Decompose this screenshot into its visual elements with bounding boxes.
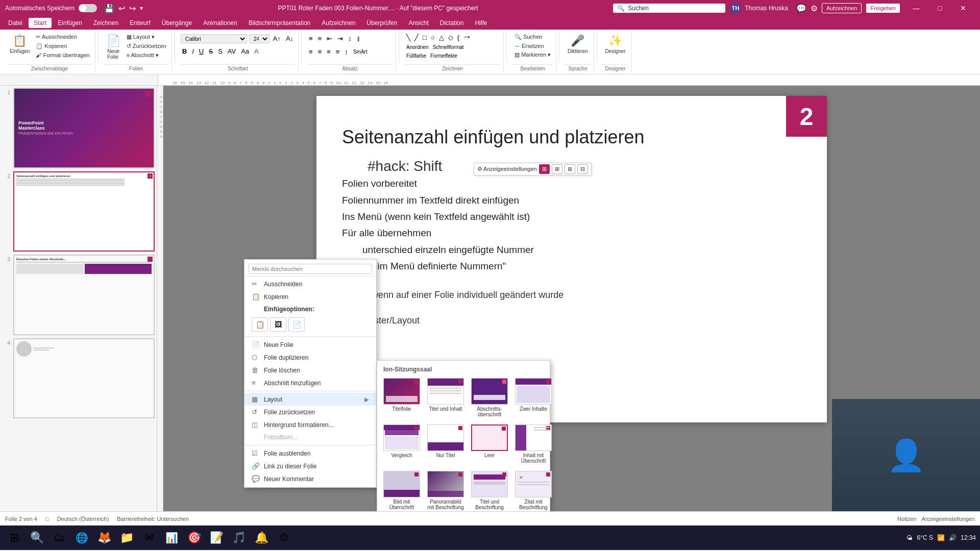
- einfuegen-button[interactable]: 📋 Einfügen: [7, 33, 32, 56]
- designer-button[interactable]: ✨ Designer: [603, 33, 628, 56]
- menu-ueberpruefen[interactable]: Überprüfen: [361, 18, 402, 28]
- format-button[interactable]: 🖌 Format übertragen: [34, 51, 91, 59]
- taskbar-mail[interactable]: ✉: [139, 528, 159, 548]
- outline-button[interactable]: Formeffekte: [429, 52, 459, 60]
- layout-item-inhalt-header[interactable]: Inhalt mit Überschrift: [513, 422, 554, 466]
- menu-uebergaenge[interactable]: Übergänge: [157, 18, 197, 28]
- neue-folie-button[interactable]: 📄 NeueFolie: [104, 33, 123, 61]
- ctx-folie-del[interactable]: 🗑 Folie löschen: [244, 364, 376, 377]
- shape-icon-2[interactable]: ╱: [413, 33, 420, 42]
- arrange-button[interactable]: Anordnen: [405, 43, 430, 51]
- align-right-icon[interactable]: ≡: [325, 47, 332, 57]
- layout-item-vergleich[interactable]: Vergleich: [381, 422, 422, 466]
- slide-thumb-3[interactable]: 3 Einzelne Folien einem Abschnitt...: [2, 255, 155, 335]
- strikethrough-button[interactable]: S̶: [207, 46, 214, 56]
- linespace-icon[interactable]: ↕: [343, 47, 350, 57]
- shape-icon-5[interactable]: △: [437, 33, 446, 42]
- kopieren-button[interactable]: 📋 Kopieren: [34, 42, 91, 51]
- smartart-icon[interactable]: SmArt: [352, 48, 369, 56]
- indent-more-icon[interactable]: ⇥: [336, 34, 345, 43]
- fontcolor-button[interactable]: A: [253, 46, 260, 56]
- slide-img-4[interactable]: [13, 338, 155, 419]
- taskbar-app1[interactable]: 🎯: [184, 528, 204, 548]
- redo-icon[interactable]: ↪: [129, 4, 136, 13]
- ctx-comment[interactable]: 💬 Neuer Kommentar: [244, 472, 376, 485]
- abschnitt-button[interactable]: ≡ Abschnitt ▾: [125, 51, 168, 60]
- layout-button[interactable]: ▦ Layout ▾: [125, 33, 168, 41]
- markieren-button[interactable]: ▧ Markieren ▾: [512, 51, 553, 59]
- menu-hilfe[interactable]: Hilfe: [470, 18, 492, 28]
- ctx-ausschneiden[interactable]: ✂ Ausschneiden: [244, 278, 376, 290]
- minimize-button[interactable]: —: [904, 0, 928, 16]
- ctx-reset[interactable]: ↺ Folie zurücksetzen: [244, 406, 376, 418]
- menu-ansicht[interactable]: Ansicht: [403, 18, 433, 28]
- ersetzen-button[interactable]: ↔ Ersetzen: [512, 42, 553, 50]
- menu-datei[interactable]: Datei: [3, 18, 28, 28]
- autosave-toggle[interactable]: [79, 4, 97, 12]
- layout-item-abschnitt[interactable]: Abschnitts-überschrift: [469, 376, 510, 419]
- record-button[interactable]: Aufzeichnen: [822, 3, 862, 13]
- slide-thumb-2[interactable]: 2 2 Seitenanzahl einfügen und platzieren: [2, 171, 155, 252]
- fill-button[interactable]: Füllfarbe: [405, 52, 428, 60]
- layout-item-titelfolie[interactable]: Titelfolie: [381, 376, 422, 419]
- ctx-hide[interactable]: ☑ Folie ausblenden: [244, 447, 376, 460]
- layout-item-leer[interactable]: Leer: [469, 422, 510, 466]
- menu-zeichnen[interactable]: Zeichnen: [88, 18, 124, 28]
- layout-item-bild[interactable]: Bild mit Überschrift: [381, 469, 422, 511]
- font-family-select[interactable]: Calibri: [181, 34, 247, 43]
- paste-opt-2[interactable]: 🖼: [270, 317, 286, 332]
- align-justify-icon[interactable]: ≡: [334, 47, 341, 57]
- charspacing-button[interactable]: AV: [226, 46, 237, 56]
- slide-panel[interactable]: 1 PowerPointMasterclass PRÄSENTIEREN WIE…: [0, 86, 157, 511]
- taskbar-explorer[interactable]: 📁: [116, 528, 137, 548]
- ctx-link[interactable]: 🔗 Link zu dieser Folie: [244, 460, 376, 472]
- taskbar-firefox[interactable]: 🦊: [94, 528, 114, 548]
- taskbar-app3[interactable]: ⚙: [274, 528, 294, 548]
- slide-img-1[interactable]: PowerPointMasterclass PRÄSENTIEREN WIE E…: [13, 88, 155, 168]
- ctx-abschnitt[interactable]: ≡ Abschnitt hinzufügen: [244, 377, 376, 389]
- close-button[interactable]: ✕: [951, 0, 975, 16]
- list-number-icon[interactable]: ≡: [316, 34, 324, 43]
- comment-icon[interactable]: 💬: [796, 4, 806, 13]
- shape-icon-6[interactable]: ◇: [447, 33, 455, 42]
- textshadow-button[interactable]: S: [216, 46, 224, 56]
- anzeige-btn-2[interactable]: ⊞: [552, 164, 562, 174]
- slide-thumb-4[interactable]: 4: [2, 338, 155, 419]
- shape-icon-1[interactable]: ╲: [405, 33, 412, 42]
- ausschneiden-button[interactable]: ✂ Ausschneiden: [34, 33, 91, 41]
- shape-icon-4[interactable]: ○: [429, 33, 436, 42]
- layout-item-nur-titel[interactable]: Nur Titel: [425, 422, 466, 466]
- maximize-button[interactable]: □: [928, 0, 951, 16]
- quickstyles-button[interactable]: Schnellformat: [431, 43, 465, 51]
- undo-icon[interactable]: ↩: [118, 4, 125, 13]
- indent-less-icon[interactable]: ⇤: [325, 34, 334, 43]
- zuruecksetzen-button[interactable]: ↺ Zurücksetzen: [125, 42, 168, 51]
- ctx-kopieren[interactable]: 📋 Kopieren: [244, 290, 376, 303]
- layout-item-titel-beschr[interactable]: Titel und Beschriftung: [469, 469, 510, 511]
- taskbar-edge[interactable]: 🌐: [71, 528, 92, 548]
- menu-einfuegen[interactable]: Einfügen: [53, 18, 87, 28]
- align-left-icon[interactable]: ≡: [307, 47, 314, 57]
- ctx-search-input[interactable]: [249, 264, 372, 274]
- layout-item-titel-inhalt[interactable]: Titel und Inhalt: [425, 376, 466, 419]
- increase-font-icon[interactable]: A↑: [272, 34, 282, 43]
- slide-thumb-1[interactable]: 1 PowerPointMasterclass PRÄSENTIEREN WIE…: [2, 88, 155, 168]
- diktieren-button[interactable]: 🎤 Diktieren: [565, 33, 590, 56]
- shape-icon-3[interactable]: □: [421, 33, 428, 42]
- italic-button[interactable]: I: [190, 46, 195, 56]
- slide-img-3[interactable]: Einzelne Folien einem Abschnitt...: [13, 255, 155, 335]
- underline-button[interactable]: U: [198, 46, 205, 56]
- layout-item-zwei[interactable]: Zwei Inhalte: [513, 376, 554, 419]
- taskbar-onenote[interactable]: 📝: [206, 528, 227, 548]
- taskbar-taskview[interactable]: 🗂: [49, 528, 69, 548]
- anzeige-settings[interactable]: Anzeigeeinstellungen: [921, 516, 975, 522]
- settings-icon[interactable]: ⚙: [811, 4, 818, 13]
- shape-icon-7[interactable]: {: [456, 33, 461, 42]
- anzeige-btn-4[interactable]: ⊟: [577, 164, 588, 174]
- menu-praesentation[interactable]: Bildschirmpräsentation: [243, 18, 315, 28]
- menu-aufzeichnen[interactable]: Aufzeichnen: [316, 18, 360, 28]
- font-size-select[interactable]: 24: [249, 34, 270, 43]
- notes-button[interactable]: Notizen: [897, 516, 916, 522]
- taskbar-powerpoint[interactable]: 📊: [161, 528, 182, 548]
- menu-dictation[interactable]: Dictation: [435, 18, 469, 28]
